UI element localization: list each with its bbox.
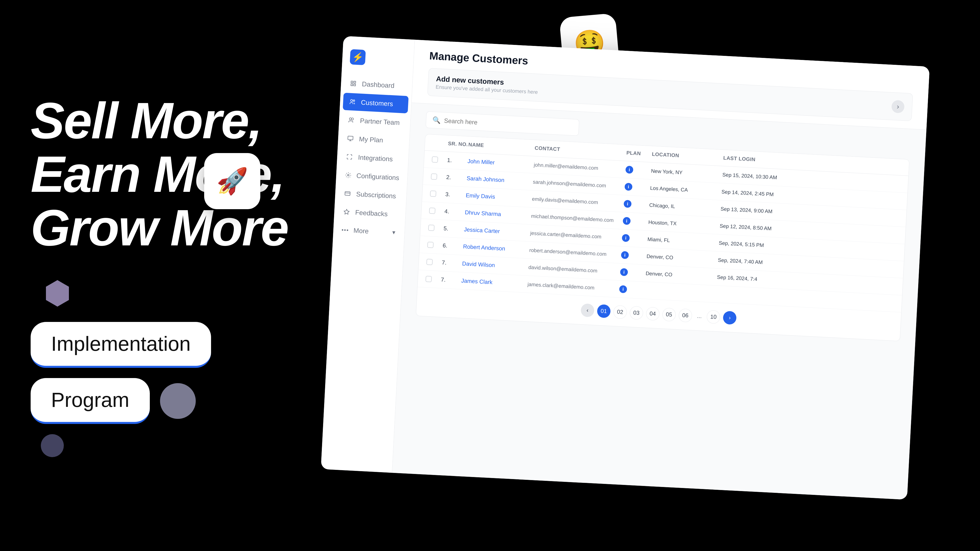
- row-location-7: [645, 290, 716, 294]
- svg-rect-3: [354, 84, 355, 86]
- hero-section: Sell More, Earn More, Grow More Implemen…: [0, 0, 357, 551]
- row-name-7[interactable]: James Clark: [461, 277, 528, 287]
- sidebar-item-label: Feedbacks: [355, 208, 388, 218]
- program-badge: Program: [30, 378, 150, 424]
- plan-info-icon-4[interactable]: i: [622, 234, 630, 242]
- row-email-3: michael.thompson@emaildemo.com: [531, 213, 623, 224]
- row-plan-4: i: [622, 234, 648, 243]
- more-label: More: [353, 227, 369, 235]
- hero-title: Sell More, Earn More, Grow More: [30, 94, 327, 254]
- svg-point-7: [352, 118, 353, 120]
- table-area: 🔍 Sr. No. Name Contact Plan Location Las…: [392, 103, 926, 500]
- configurations-icon: [344, 171, 352, 179]
- implementation-badge: Implementation: [30, 322, 211, 368]
- th-name: Name: [468, 141, 535, 151]
- plan-info-icon-3[interactable]: i: [623, 217, 631, 225]
- my-plan-icon: [346, 134, 355, 143]
- row-sr-6: 7.: [442, 259, 462, 267]
- sidebar-item-my-plan[interactable]: My Plan: [341, 129, 407, 150]
- row-checkbox-7[interactable]: [425, 276, 441, 283]
- row-name-2[interactable]: Emily Davis: [466, 192, 532, 202]
- row-name-5[interactable]: Robert Anderson: [463, 243, 530, 254]
- svg-rect-8: [348, 136, 353, 140]
- row-location-2: Chicago, IL: [649, 202, 721, 212]
- rocket-icon-float: 🚀: [204, 153, 260, 209]
- row-email-7: james.clark@emaildemo.com: [528, 281, 620, 292]
- subscriptions-icon: [343, 189, 352, 198]
- search-bar[interactable]: 🔍: [426, 111, 579, 136]
- sidebar-item-label: Configurations: [356, 171, 399, 182]
- svg-point-5: [353, 100, 355, 101]
- sidebar-item-partner-team[interactable]: Partner Team: [342, 111, 407, 132]
- svg-point-4: [351, 100, 353, 102]
- row-name-3[interactable]: Dhruv Sharma: [465, 209, 531, 219]
- page-01-button[interactable]: 01: [597, 304, 611, 318]
- page-10-button[interactable]: 10: [706, 310, 721, 324]
- feedbacks-icon: [342, 208, 351, 216]
- page-04-button[interactable]: 04: [646, 307, 660, 321]
- row-name-0[interactable]: John Miller: [467, 158, 534, 168]
- plan-info-icon-6[interactable]: i: [620, 268, 628, 276]
- table-body: 1. John Miller john.miller@emaildemo.com…: [417, 151, 908, 313]
- row-checkbox-1[interactable]: [431, 173, 446, 180]
- row-email-2: emily.davis@emaildemo.com: [532, 196, 624, 206]
- row-location-3: Houston, TX: [648, 219, 720, 229]
- sidebar-item-subscriptions[interactable]: Subscriptions: [338, 184, 404, 205]
- plan-info-icon-5[interactable]: i: [621, 251, 629, 259]
- row-name-6[interactable]: David Wilson: [462, 260, 528, 271]
- th-checkbox: [433, 140, 448, 146]
- sidebar-item-label: Subscriptions: [356, 190, 396, 200]
- row-checkbox-5[interactable]: [427, 241, 443, 248]
- sidebar-logo: ⚡: [342, 46, 414, 78]
- page-03-button[interactable]: 03: [629, 306, 643, 320]
- row-checkbox-2[interactable]: [430, 191, 445, 197]
- plan-info-icon-2[interactable]: i: [624, 200, 632, 208]
- row-sr-4: 5.: [443, 225, 464, 233]
- svg-rect-2: [351, 84, 353, 86]
- sidebar-item-dashboard[interactable]: Dashboard: [344, 74, 410, 95]
- row-name-4[interactable]: Jessica Carter: [464, 226, 530, 237]
- th-login: Last Login: [723, 155, 800, 165]
- svg-rect-1: [354, 81, 355, 83]
- sidebar-item-more[interactable]: ••• More ▼: [336, 221, 402, 241]
- hexagon-shape: [46, 280, 69, 306]
- page-05-button[interactable]: 05: [662, 308, 676, 322]
- plan-info-icon-7[interactable]: i: [619, 285, 627, 293]
- plan-info-icon-1[interactable]: i: [625, 183, 633, 191]
- row-checkbox-6[interactable]: [426, 259, 442, 265]
- next-page-button[interactable]: ›: [723, 311, 737, 325]
- sidebar-item-customers[interactable]: Customers: [343, 93, 409, 113]
- sidebar-item-label: Integrations: [358, 153, 393, 163]
- page-dots: ...: [695, 313, 704, 320]
- row-email-1: sarah.johnson@emaildemo.com: [533, 179, 625, 189]
- row-sr-1: 2.: [446, 174, 467, 182]
- search-input[interactable]: [444, 117, 573, 131]
- row-login-3: Sep 12, 2024, 8:50 AM: [720, 223, 797, 233]
- page-06-button[interactable]: 06: [678, 308, 692, 322]
- app-window: ⚡ Dashboard Customers Partner Team: [321, 36, 930, 500]
- sidebar-item-configurations[interactable]: Configurations: [339, 166, 405, 187]
- th-sr: Sr. No.: [448, 141, 469, 148]
- page-02-button[interactable]: 02: [613, 305, 627, 319]
- add-customer-button[interactable]: ›: [891, 100, 905, 113]
- th-plan: Plan: [626, 150, 652, 157]
- plan-info-icon-0[interactable]: i: [625, 166, 633, 174]
- sidebar-item-integrations[interactable]: Integrations: [340, 148, 406, 168]
- th-contact: Contact: [535, 145, 627, 156]
- svg-line-11: [345, 193, 350, 193]
- row-checkbox-4[interactable]: [428, 224, 444, 231]
- customers-icon: [348, 97, 357, 106]
- sidebar-item-feedbacks[interactable]: Feedbacks: [337, 203, 403, 224]
- prev-page-button[interactable]: ‹: [581, 303, 595, 318]
- partner-team-icon: [347, 116, 356, 124]
- row-name-1[interactable]: Sarah Johnson: [466, 175, 533, 185]
- row-checkbox-3[interactable]: [429, 207, 445, 214]
- row-checkbox-0[interactable]: [432, 156, 447, 163]
- row-plan-6: i: [620, 268, 646, 277]
- integrations-icon: [345, 152, 354, 161]
- search-icon: 🔍: [432, 116, 441, 124]
- main-content: Manage Customers Add new customers Ensur…: [392, 40, 930, 500]
- dashboard-icon: [349, 79, 358, 88]
- circle-decoration-lg: [160, 383, 196, 419]
- row-login-1: Sep 14, 2024, 2:45 PM: [721, 189, 798, 199]
